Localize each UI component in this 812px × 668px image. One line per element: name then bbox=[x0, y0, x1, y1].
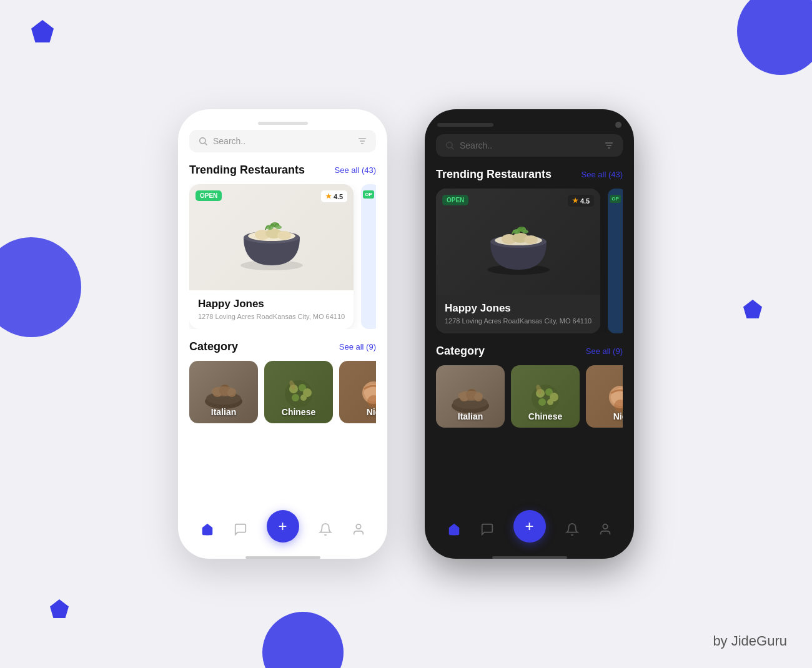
category-italian-dark[interactable]: Italian bbox=[436, 365, 505, 428]
restaurant-card-happyjones-light[interactable]: OPEN ★ 4.5 Happy Jones 1278 Loving Acres… bbox=[189, 184, 354, 329]
notch-dark bbox=[425, 122, 634, 128]
phones-wrapper: Search.. Trending Restaurants See all (4… bbox=[0, 0, 812, 668]
user-icon-dark bbox=[598, 523, 612, 536]
filter-icon-dark bbox=[604, 140, 614, 150]
category-title-dark: Category bbox=[436, 345, 485, 358]
category-label-nig-light: Nig bbox=[339, 407, 376, 417]
partial-card-light: OP bbox=[361, 184, 376, 329]
star-icon-dark: ★ bbox=[572, 197, 578, 205]
nav-bell-light[interactable] bbox=[319, 523, 332, 536]
search-bar-dark[interactable]: Search.. bbox=[436, 134, 623, 157]
category-label-chinese-light: Chinese bbox=[264, 407, 333, 417]
notch-bar bbox=[258, 122, 308, 125]
filter-icon bbox=[357, 136, 367, 146]
badge-rating-dark: ★ 4.5 bbox=[568, 195, 594, 207]
svg-point-19 bbox=[211, 386, 236, 396]
nav-chat-light[interactable] bbox=[234, 523, 247, 536]
restaurant-name-light: Happy Jones bbox=[198, 298, 345, 310]
chat-icon-light bbox=[234, 523, 247, 536]
rating-value-light: 4.5 bbox=[334, 193, 343, 200]
nav-fab-light[interactable]: + bbox=[267, 510, 299, 543]
bottom-nav-dark: + bbox=[425, 510, 634, 553]
nav-fab-dark[interactable]: + bbox=[513, 510, 546, 543]
nav-user-light[interactable] bbox=[352, 523, 365, 536]
nav-user-dark[interactable] bbox=[598, 523, 612, 536]
star-icon-light: ★ bbox=[325, 192, 332, 200]
notch-camera bbox=[615, 122, 621, 128]
trending-header-light: Trending Restaurants See all (43) bbox=[189, 164, 376, 177]
card-info-light: Happy Jones 1278 Loving Acres RoadKansas… bbox=[189, 290, 354, 329]
search-bar-light[interactable]: Search.. bbox=[189, 130, 376, 152]
trending-header-dark: Trending Restaurants See all (43) bbox=[436, 168, 623, 181]
category-label-chinese-dark: Chinese bbox=[511, 411, 580, 421]
nav-home-light[interactable] bbox=[201, 523, 214, 536]
restaurant-name-dark: Happy Jones bbox=[445, 302, 592, 315]
trending-title-light: Trending Restaurants bbox=[189, 164, 305, 177]
home-icon-dark bbox=[447, 523, 461, 536]
home-icon-light bbox=[201, 523, 214, 536]
partial-open-badge-dark: OP bbox=[610, 195, 621, 203]
svg-point-56 bbox=[547, 399, 553, 405]
svg-line-1 bbox=[205, 143, 207, 145]
phone-content-dark: Search.. Trending Restaurants See all (4… bbox=[425, 134, 634, 510]
chat-icon-dark bbox=[480, 523, 494, 536]
category-chinese-dark[interactable]: Chinese bbox=[511, 365, 580, 428]
phone-light: Search.. Trending Restaurants See all (4… bbox=[178, 109, 387, 559]
restaurant-image-light: OPEN ★ 4.5 bbox=[189, 184, 354, 290]
nav-home-dark[interactable] bbox=[447, 523, 461, 536]
search-icon-dark bbox=[445, 140, 455, 150]
rating-value-dark: 4.5 bbox=[580, 197, 590, 205]
fab-plus-light: + bbox=[278, 518, 287, 535]
category-nig-light[interactable]: Nig bbox=[339, 361, 376, 423]
restaurant-address-light: 1278 Loving Acres RoadKansas City, MO 64… bbox=[198, 313, 345, 320]
see-all-category-dark[interactable]: See all (9) bbox=[586, 346, 623, 356]
search-icon bbox=[198, 136, 208, 146]
restaurants-row-dark: OPEN ★ 4.5 Happy Jones 1278 Loving Acres… bbox=[436, 189, 623, 333]
category-header-light: Category See all (9) bbox=[189, 340, 376, 353]
partial-card-dark: OP bbox=[608, 189, 623, 333]
phone-dark: Search.. Trending Restaurants See all (4… bbox=[425, 109, 634, 559]
notch-light bbox=[178, 122, 387, 125]
see-all-category-light[interactable]: See all (9) bbox=[339, 342, 376, 351]
svg-point-13 bbox=[275, 225, 282, 229]
see-all-trending-dark[interactable]: See all (43) bbox=[582, 170, 623, 179]
nav-bell-dark[interactable] bbox=[565, 523, 579, 536]
svg-point-50 bbox=[458, 391, 483, 401]
home-indicator-light bbox=[245, 556, 320, 559]
nav-chat-dark[interactable] bbox=[480, 523, 494, 536]
search-placeholder-dark: Search.. bbox=[460, 140, 599, 150]
restaurant-image-dark: OPEN ★ 4.5 bbox=[436, 189, 600, 295]
category-header-dark: Category See all (9) bbox=[436, 345, 623, 358]
svg-point-10 bbox=[277, 231, 291, 240]
fab-plus-dark: + bbox=[525, 518, 533, 535]
badge-open-dark: OPEN bbox=[442, 195, 468, 205]
category-label-nig-dark: Nig bbox=[586, 411, 623, 421]
svg-point-55 bbox=[538, 398, 546, 406]
phone-content-light: Search.. Trending Restaurants See all (4… bbox=[178, 130, 387, 510]
user-icon-light bbox=[352, 523, 365, 536]
see-all-trending-light[interactable]: See all (43) bbox=[335, 165, 376, 175]
svg-point-25 bbox=[300, 395, 307, 401]
food-bowl-svg bbox=[225, 194, 319, 281]
search-placeholder: Search.. bbox=[213, 136, 352, 146]
restaurant-card-happyjones-dark[interactable]: OPEN ★ 4.5 Happy Jones 1278 Loving Acres… bbox=[436, 189, 600, 333]
bell-icon-dark bbox=[565, 523, 579, 536]
restaurant-address-dark: 1278 Loving Acres RoadKansas City, MO 64… bbox=[445, 317, 592, 325]
badge-rating-light: ★ 4.5 bbox=[321, 190, 347, 202]
category-row-dark: Italian Chinese bbox=[436, 365, 623, 428]
partial-open-badge: OP bbox=[363, 190, 374, 199]
category-row-light: Italian Chinese bbox=[189, 361, 376, 423]
category-label-italian-light: Italian bbox=[189, 407, 258, 417]
category-nig-dark[interactable]: Nig bbox=[586, 365, 623, 428]
bell-icon-light bbox=[319, 523, 332, 536]
branding: by JideGuru bbox=[713, 633, 787, 649]
category-label-italian-dark: Italian bbox=[436, 411, 505, 421]
svg-point-30 bbox=[356, 524, 360, 529]
card-info-dark: Happy Jones 1278 Loving Acres RoadKansas… bbox=[436, 295, 600, 333]
category-italian-light[interactable]: Italian bbox=[189, 361, 258, 423]
svg-point-24 bbox=[292, 394, 299, 401]
svg-point-44 bbox=[522, 230, 528, 233]
category-title-light: Category bbox=[189, 340, 238, 353]
restaurants-row-light: OPEN ★ 4.5 Happy Jones 1278 Loving Acres… bbox=[189, 184, 376, 329]
category-chinese-light[interactable]: Chinese bbox=[264, 361, 333, 423]
